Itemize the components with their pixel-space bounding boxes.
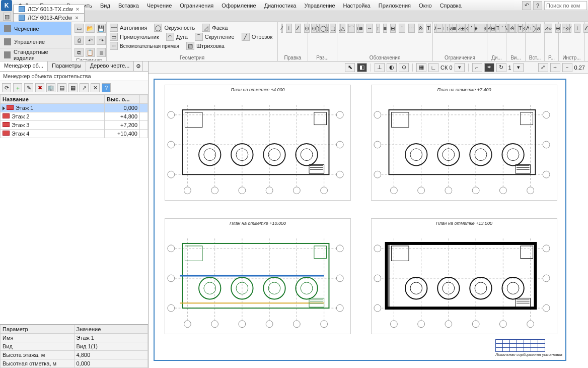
search-input[interactable] <box>544 1 587 10</box>
menu-Вид[interactable]: Вид <box>96 1 114 10</box>
tool-icon[interactable]: ≡ <box>453 24 457 33</box>
auxline-button[interactable]: ┄Вспомогательная прямая <box>110 42 179 50</box>
save-icon[interactable]: 💾 <box>97 24 106 33</box>
rotate-icon[interactable]: ↻ <box>496 63 506 72</box>
dropdown-icon[interactable]: ▾ <box>455 63 465 72</box>
close-tab-icon[interactable]: × <box>75 15 78 21</box>
tool-icon[interactable]: ⌀ <box>536 24 541 33</box>
refresh-icon[interactable]: ⟳ <box>2 83 11 92</box>
autoline-button[interactable]: 〰Автолиния <box>110 24 147 32</box>
tool-icon[interactable]: ⊥ <box>286 24 292 33</box>
tool-icon[interactable]: ⋮ <box>468 24 475 33</box>
copy-icon[interactable]: ⧉ <box>75 48 84 57</box>
menu-Вставка[interactable]: Вставка <box>114 1 143 10</box>
tool-icon[interactable]: ↔ <box>436 24 443 33</box>
axes-icon[interactable]: ∟ <box>428 63 438 72</box>
property-grid[interactable]: ПараметрЗначение ИмяЭтаж 1ВидВид 1(1)Выс… <box>0 325 148 368</box>
help-icon[interactable]: ? <box>533 1 542 10</box>
menu-Окно[interactable]: Окно <box>415 1 436 10</box>
left-cmd[interactable]: Стандартные изделия <box>0 48 71 62</box>
tool-icon[interactable]: ⊥ <box>574 24 580 33</box>
snap-icon[interactable]: ✶ <box>484 63 494 72</box>
props-icon[interactable]: ≣ <box>97 48 106 57</box>
tab-tree[interactable]: Дерево черте... <box>86 62 134 71</box>
tool-icon[interactable]: ※ <box>509 24 515 33</box>
zoom-out-icon[interactable]: － <box>562 63 572 72</box>
tool-icon[interactable]: ≋ <box>358 24 363 33</box>
chamfer-button[interactable]: ◿Фаска <box>202 24 228 32</box>
prop-row[interactable]: ВидВид 1(1) <box>1 342 148 351</box>
arc-button[interactable]: ◠Дуга <box>166 33 188 41</box>
panel-settings-icon[interactable]: ⚙ <box>134 62 143 71</box>
tool-icon[interactable]: ▢ <box>330 24 336 33</box>
gantt-icon[interactable]: ▤ <box>57 83 66 92</box>
perp-icon[interactable]: ⊥ <box>375 63 385 72</box>
new-icon[interactable]: ▭ <box>75 24 84 33</box>
tab-manager[interactable]: Менеджер об... <box>0 62 48 71</box>
tool-icon[interactable]: ⌒ <box>348 24 355 33</box>
eraser-icon[interactable]: ◧ <box>357 63 367 72</box>
menu-Управление[interactable]: Управление <box>300 1 339 10</box>
close-tab-icon[interactable]: × <box>76 6 79 12</box>
tool-icon[interactable]: ≡ <box>383 24 387 33</box>
tool-icon[interactable]: ⋮ <box>399 24 405 33</box>
edit-icon[interactable]: ✎ <box>24 83 33 92</box>
doc-tab[interactable]: ЛСУ 6013-АР.cdw× <box>13 13 85 22</box>
fillet-button[interactable]: ⌒Скругление <box>195 33 235 41</box>
table-row[interactable]: Этаж 4+10,400 <box>1 130 148 138</box>
menu-Диагностика[interactable]: Диагностика <box>260 1 301 10</box>
tool-icon[interactable]: ↕ <box>376 24 380 33</box>
segment-button[interactable]: ╱Отрезок <box>242 33 272 41</box>
menu-Приложения[interactable]: Приложения <box>375 1 415 10</box>
tool-icon[interactable]: ⊞ <box>390 24 396 33</box>
coord-sys-label[interactable]: СК 0 <box>440 65 453 71</box>
building-icon[interactable]: 🏢 <box>46 83 55 92</box>
menu-Оформление[interactable]: Оформление <box>217 1 260 10</box>
tool-icon[interactable]: ⌂ <box>562 24 566 33</box>
helpbox-icon[interactable]: ? <box>102 83 111 92</box>
window-list-icon[interactable]: ▥ <box>3 13 11 21</box>
tool-icon[interactable]: △ <box>340 24 345 33</box>
tool-icon[interactable]: T <box>518 24 523 33</box>
ortho-icon[interactable]: ⌐ <box>472 63 482 72</box>
tool-icon[interactable]: ⋯ <box>408 24 415 33</box>
paste-icon[interactable]: 📋 <box>86 48 95 57</box>
tool-icon[interactable]: T <box>426 24 431 33</box>
tool-icon[interactable]: ◯ <box>320 24 327 33</box>
undo-icon[interactable]: ↶ <box>522 1 531 10</box>
tool-icon[interactable]: ⊙ <box>311 24 317 33</box>
tool-icon[interactable]: ⋮ <box>499 24 505 33</box>
dropdown2-icon[interactable]: ▾ <box>513 63 524 72</box>
tab-parameters[interactable]: Параметры <box>48 62 86 71</box>
table-row[interactable]: Этаж 2+4,800 <box>1 112 148 121</box>
table-row[interactable]: Этаж 10,000 <box>1 104 148 112</box>
tool-icon[interactable]: ⊞ <box>490 24 496 33</box>
export-icon[interactable]: ↗ <box>80 83 89 92</box>
tool-icon[interactable]: ⊞ <box>460 24 465 33</box>
prop-row[interactable]: Высотная отметка, м0,000 <box>1 359 148 368</box>
redo-icon[interactable]: ↷ <box>97 36 106 45</box>
tools-icon[interactable]: ✕ <box>91 83 100 92</box>
prop-row[interactable]: Высота этажа, м4,800 <box>1 351 148 359</box>
prop-row[interactable]: ИмяЭтаж 1 <box>1 334 148 342</box>
menu-Настройка[interactable]: Настройка <box>339 1 375 10</box>
delete-icon[interactable]: ✖ <box>35 83 44 92</box>
tool-icon[interactable]: ⋯ <box>478 24 484 33</box>
undo-icon[interactable]: ↶ <box>86 36 95 45</box>
cursor-icon[interactable]: ⬉ <box>345 63 355 72</box>
left-cmd[interactable]: Черчение <box>0 22 71 35</box>
center-icon[interactable]: ⊙ <box>399 63 409 72</box>
tool-icon[interactable]: ↕ <box>446 24 450 33</box>
tool-icon[interactable]: ※ <box>418 24 423 33</box>
menu-Черчение[interactable]: Черчение <box>143 1 176 10</box>
tan-icon[interactable]: ◐ <box>387 63 397 72</box>
circle-button[interactable]: ◯Окружность <box>154 24 195 32</box>
left-cmd[interactable]: Управление <box>0 35 71 48</box>
table-row[interactable]: Этаж 3+7,200 <box>1 121 148 130</box>
tool-icon[interactable]: ∕ <box>281 24 283 33</box>
tool-icon[interactable]: ∠ <box>295 24 301 33</box>
tool-icon[interactable]: ↔ <box>366 24 373 33</box>
zoom-in-icon[interactable]: ＋ <box>550 63 560 72</box>
floor-grid[interactable]: Название Выс. о... Этаж 10,000Этаж 2+4,8… <box>0 95 148 138</box>
tool-icon[interactable]: ⟂ <box>529 24 533 33</box>
